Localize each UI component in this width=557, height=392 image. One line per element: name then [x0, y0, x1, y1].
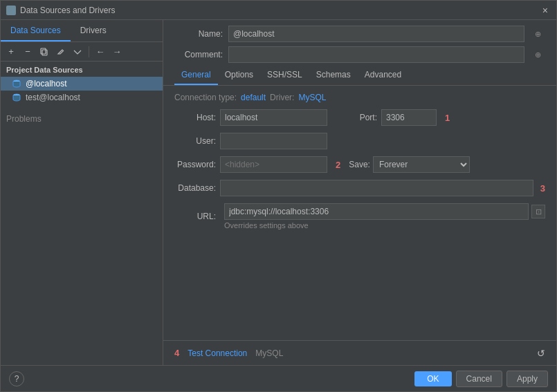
dialog-title: Data Sources and Drivers [20, 6, 540, 15]
database-input[interactable] [220, 180, 533, 196]
name-row: Name: ⊕ [174, 26, 545, 42]
name-label: Name: [174, 29, 223, 39]
svg-rect-0 [42, 50, 47, 55]
password-row: Password: 2 Save: Forever Until restart … [174, 156, 545, 173]
url-label: URL: [174, 212, 216, 221]
title-bar: Data Sources and Drivers × [1, 1, 556, 20]
back-button[interactable]: ← [93, 44, 108, 59]
tree-item-test-localhost[interactable]: test@localhost [1, 91, 163, 104]
left-tabs: Data Sources Drivers [1, 20, 163, 42]
tab-drivers[interactable]: Drivers [71, 20, 116, 41]
cancel-button[interactable]: Cancel [456, 371, 502, 387]
password-group: Password: [174, 156, 327, 173]
form-footer: 4 Test Connection MySQL ↺ [163, 340, 556, 365]
general-form: Connection type: default Driver: MySQL H… [163, 86, 556, 340]
port-group: Port: [336, 109, 437, 126]
edit-button[interactable] [53, 44, 69, 59]
marker-2: 2 [336, 160, 340, 170]
help-button[interactable]: ? [9, 371, 24, 386]
left-toolbar: + − [1, 42, 163, 62]
test-connection-button[interactable]: Test Connection [188, 348, 247, 358]
database-group: Database: 3 [174, 180, 545, 196]
copy-button[interactable] [37, 44, 52, 59]
db-icon-test [12, 93, 21, 102]
database-row: Database: 3 [174, 180, 545, 196]
url-input[interactable] [224, 203, 529, 220]
section-header: Project Data Sources [1, 62, 163, 77]
save-select[interactable]: Forever Until restart Never [373, 156, 470, 173]
name-expand-btn[interactable]: ⊕ [530, 26, 545, 41]
port-input[interactable] [381, 109, 437, 126]
password-input[interactable] [220, 156, 327, 173]
problems-section: Problems [1, 110, 163, 128]
comment-expand-btn[interactable]: ⊕ [530, 47, 545, 62]
add-button[interactable]: + [3, 44, 19, 59]
toolbar-separator [89, 46, 89, 57]
form-header: Name: ⊕ Comment: ⊕ [163, 20, 556, 63]
url-group: ⊡ Overrides settings above [224, 203, 545, 230]
forward-button[interactable]: → [109, 44, 125, 59]
save-label: Save: [349, 160, 370, 169]
project-section: Project Data Sources @localhost [1, 62, 163, 104]
port-label: Port: [336, 113, 377, 122]
tab-ssh-ssl[interactable]: SSH/SSL [260, 66, 309, 85]
tab-general[interactable]: General [174, 66, 218, 85]
comment-row: Comment: ⊕ [174, 46, 545, 63]
right-tabs: General Options SSH/SSL Schemas Advanced [163, 66, 556, 86]
driver-link[interactable]: MySQL [298, 93, 326, 102]
tab-advanced[interactable]: Advanced [358, 66, 408, 85]
footer-driver-label: MySQL [255, 348, 283, 358]
refresh-button[interactable]: ↺ [537, 348, 545, 359]
user-label: User: [174, 136, 216, 146]
user-input[interactable] [220, 133, 327, 149]
host-group: Host: [174, 109, 327, 126]
tab-options[interactable]: Options [218, 66, 260, 85]
database-label: Database: [174, 183, 216, 193]
dialog-footer: ? OK Cancel Apply [1, 365, 556, 391]
marker-3: 3 [540, 183, 545, 194]
config-button[interactable] [70, 44, 85, 59]
dialog-body: Data Sources Drivers + − [1, 20, 556, 365]
name-input[interactable] [228, 26, 524, 42]
tree-item-localhost[interactable]: @localhost [1, 77, 163, 91]
host-input[interactable] [220, 109, 327, 126]
connection-type-row: Connection type: default Driver: MySQL [174, 93, 545, 102]
host-port-row: Host: Port: 1 [174, 109, 545, 126]
tab-schemas[interactable]: Schemas [309, 66, 358, 85]
svg-rect-1 [41, 48, 46, 54]
apply-button[interactable]: Apply [506, 371, 548, 387]
data-sources-dialog: Data Sources and Drivers × Data Sources … [0, 0, 557, 392]
user-row: User: [174, 133, 545, 149]
remove-button[interactable]: − [20, 44, 35, 59]
url-expand-button[interactable]: ⊡ [531, 205, 545, 218]
ok-button[interactable]: OK [414, 371, 451, 386]
right-panel: Name: ⊕ Comment: ⊕ General Options [163, 20, 556, 365]
host-label: Host: [174, 113, 216, 122]
user-group: User: [174, 133, 327, 149]
comment-label: Comment: [174, 50, 223, 59]
tab-data-sources[interactable]: Data Sources [1, 20, 71, 41]
dialog-icon [6, 6, 16, 15]
marker-1: 1 [445, 113, 450, 123]
url-hint: Overrides settings above [224, 221, 545, 230]
password-label: Password: [174, 160, 216, 169]
close-button[interactable]: × [540, 5, 551, 16]
db-icon-localhost [12, 79, 21, 88]
marker-4: 4 [174, 348, 179, 358]
left-panel: Data Sources Drivers + − [1, 20, 163, 365]
connection-type-link[interactable]: default [241, 93, 266, 102]
url-row: URL: ⊡ Overrides settings above [174, 203, 545, 230]
save-group: Save: Forever Until restart Never [349, 156, 470, 173]
comment-input[interactable] [228, 46, 524, 63]
